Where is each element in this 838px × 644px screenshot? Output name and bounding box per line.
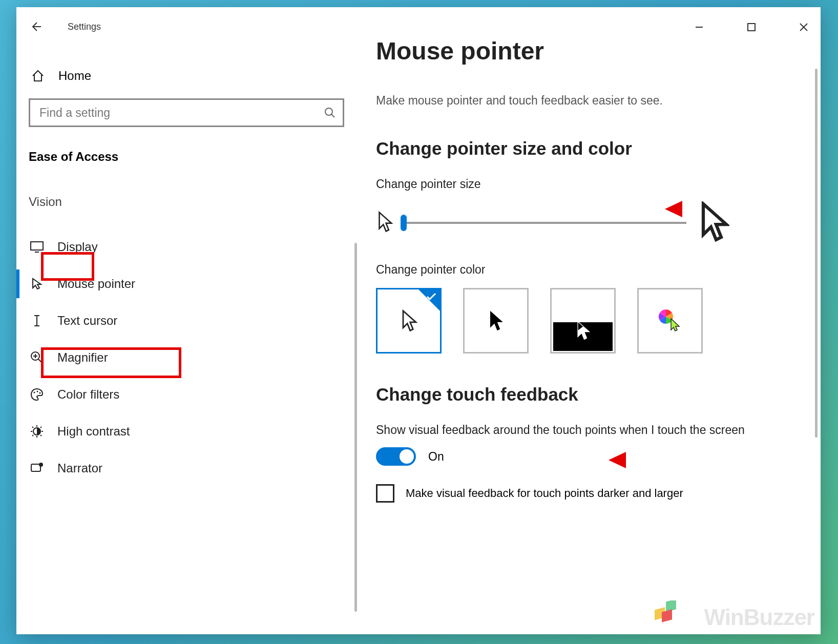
sidebar: Settings Home Ease of Access Vision Disp…	[16, 7, 357, 634]
svg-line-5	[331, 114, 334, 117]
pointer-size-label: Change pointer size	[376, 177, 796, 191]
pointer-color-label: Change pointer color	[376, 263, 796, 277]
home-label: Home	[58, 69, 91, 83]
color-wheel-icon	[659, 309, 681, 332]
touch-feedback-desc: Show visual feedback around the touch po…	[376, 423, 781, 437]
sidebar-item-text-cursor[interactable]: Text cursor	[16, 302, 357, 339]
cursor-small-icon	[376, 211, 393, 235]
page-subtitle: Make mouse pointer and touch feedback ea…	[376, 94, 796, 108]
darker-larger-label: Make visual feedback for touch points da…	[406, 487, 683, 500]
sidebar-item-color-filters[interactable]: Color filters	[16, 376, 357, 413]
nav-label: Color filters	[57, 387, 119, 402]
search-icon	[324, 107, 336, 118]
pointer-color-inverted[interactable]	[550, 288, 616, 354]
sidebar-item-home[interactable]: Home	[16, 55, 357, 88]
svg-line-25	[40, 427, 41, 428]
slider-thumb[interactable]	[401, 215, 407, 231]
svg-line-23	[32, 427, 33, 428]
page-title: Mouse pointer	[376, 37, 796, 65]
nav-label: High contrast	[57, 424, 130, 439]
nav-label: Display	[57, 240, 98, 254]
scrollbar-main[interactable]	[815, 69, 818, 438]
svg-rect-6	[31, 242, 43, 250]
toggle-status: On	[428, 450, 444, 464]
touch-feedback-toggle-row: On	[376, 447, 796, 466]
pointer-color-white[interactable]	[376, 288, 442, 354]
cursor-inverted-icon	[575, 320, 591, 341]
titlebar: Settings	[16, 14, 357, 39]
back-button[interactable]	[29, 19, 43, 34]
monitor-icon	[29, 239, 45, 255]
sidebar-item-mouse-pointer[interactable]: Mouse pointer	[16, 265, 357, 302]
home-icon	[30, 68, 46, 84]
cursor-white-icon	[400, 309, 417, 332]
search-input[interactable]	[39, 106, 324, 120]
sidebar-item-display[interactable]: Display	[16, 228, 357, 265]
contrast-icon	[29, 423, 45, 440]
darker-larger-checkbox[interactable]	[376, 484, 394, 503]
cursor-black-icon	[487, 309, 505, 332]
svg-point-28	[39, 463, 43, 467]
subsection-vision: Vision	[16, 195, 357, 209]
app-title: Settings	[68, 22, 101, 32]
nav-list: Display Mouse pointer Text cursor Magnif…	[16, 228, 357, 487]
svg-line-26	[32, 435, 33, 436]
nav-label: Text cursor	[57, 314, 117, 328]
main-content: Mouse pointer Make mouse pointer and tou…	[357, 7, 821, 634]
back-arrow-icon	[30, 20, 42, 33]
watermark-text: WinBuzzer	[704, 605, 815, 630]
text-cursor-icon	[29, 313, 45, 329]
sidebar-item-magnifier[interactable]: Magnifier	[16, 339, 357, 376]
narrator-icon	[29, 460, 45, 476]
sidebar-item-narrator[interactable]: Narrator	[16, 450, 357, 487]
pointer-color-options	[376, 288, 796, 354]
palette-icon	[29, 386, 45, 403]
search-box[interactable]	[29, 98, 344, 127]
section-title: Ease of Access	[16, 127, 357, 164]
section-pointer-size-color: Change pointer size and color	[376, 138, 796, 159]
svg-line-24	[40, 435, 41, 436]
scrollbar-sidebar[interactable]	[354, 243, 357, 612]
darker-larger-row: Make visual feedback for touch points da…	[376, 484, 796, 503]
svg-point-16	[37, 391, 38, 392]
toggle-knob	[400, 449, 414, 464]
pointer-size-slider-row	[376, 201, 796, 244]
black-bg	[553, 322, 613, 351]
sidebar-item-high-contrast[interactable]: High contrast	[16, 413, 357, 450]
cursor-large-icon	[698, 201, 729, 244]
touch-feedback-toggle[interactable]	[376, 447, 416, 466]
mouse-pointer-icon	[29, 276, 45, 292]
svg-line-12	[38, 359, 42, 363]
nav-label: Magnifier	[57, 350, 108, 365]
section-touch-feedback: Change touch feedback	[376, 384, 796, 405]
check-icon	[426, 291, 437, 302]
magnifier-icon	[29, 349, 45, 366]
svg-point-4	[325, 108, 332, 115]
pointer-size-slider[interactable]	[405, 222, 686, 224]
nav-label: Mouse pointer	[57, 277, 135, 291]
pointer-color-black[interactable]	[463, 288, 529, 354]
settings-window: Settings Home Ease of Access Vision Disp…	[16, 7, 821, 634]
pointer-color-custom[interactable]	[637, 288, 703, 354]
watermark-cubes-icon	[652, 600, 682, 626]
nav-label: Narrator	[57, 461, 102, 475]
svg-point-17	[39, 392, 41, 394]
svg-point-15	[34, 392, 35, 393]
